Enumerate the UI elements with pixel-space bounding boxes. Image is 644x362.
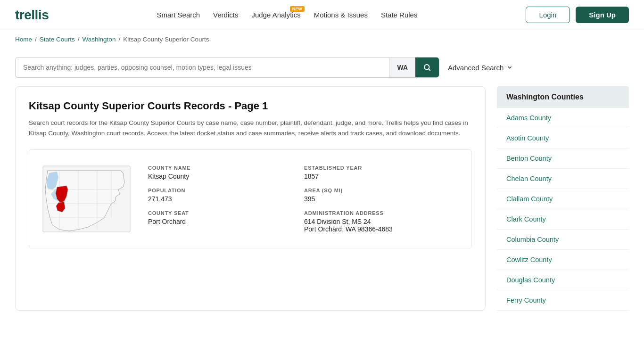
- breadcrumb-state-courts[interactable]: State Courts: [40, 36, 75, 43]
- breadcrumb-home[interactable]: Home: [15, 36, 32, 43]
- county-map: [41, 161, 135, 237]
- breadcrumb: Home / State Courts / Washington / Kitsa…: [0, 30, 644, 49]
- nav-judge-analytics[interactable]: Judge Analytics NEW: [251, 11, 300, 19]
- established-group: ESTABLISHED YEAR 1857: [304, 161, 460, 184]
- established-value: 1857: [304, 173, 460, 180]
- svg-point-0: [424, 65, 429, 70]
- sidebar-item-adams[interactable]: Adams County: [497, 108, 629, 128]
- area-value: 395: [304, 195, 460, 203]
- population-label: POPULATION: [148, 188, 304, 193]
- sidebar-item-asotin[interactable]: Asotin County: [497, 128, 629, 148]
- main-panel: Kitsap County Superior Courts Records - …: [15, 86, 486, 311]
- chevron-down-icon: [506, 64, 513, 71]
- sidebar-item-douglas[interactable]: Douglas County: [497, 270, 629, 290]
- breadcrumb-current: Kitsap County Superior Courts: [123, 36, 209, 43]
- breadcrumb-washington[interactable]: Washington: [83, 36, 116, 43]
- county-name-group: COUNTY NAME Kitsap County: [148, 161, 304, 184]
- nav-state-rules[interactable]: State Rules: [381, 11, 418, 19]
- seat-group: COUNTY SEAT Port Orchard: [148, 206, 304, 237]
- sidebar-item-clallam[interactable]: Clallam County: [497, 189, 629, 209]
- signup-button[interactable]: Sign Up: [576, 7, 629, 23]
- population-group: POPULATION 271,473: [148, 184, 304, 206]
- county-card: COUNTY NAME Kitsap County ESTABLISHED YE…: [29, 149, 472, 248]
- address-line2: Port Orchard, WA 98366-4683: [304, 225, 460, 233]
- advanced-search-toggle[interactable]: Advanced Search: [448, 64, 513, 72]
- washington-state-map: [41, 161, 135, 237]
- county-sidebar: Washington Counties Adams County Asotin …: [497, 86, 629, 311]
- search-icon: [423, 63, 431, 72]
- established-label: ESTABLISHED YEAR: [304, 165, 460, 171]
- search-container: WA: [15, 57, 439, 78]
- main-nav: Smart Search Verdicts Judge Analytics NE…: [157, 11, 417, 19]
- seat-value: Port Orchard: [148, 218, 304, 225]
- search-section: WA Advanced Search: [0, 49, 644, 86]
- sidebar-header: Washington Counties: [497, 86, 629, 108]
- county-name-label: COUNTY NAME: [148, 165, 304, 171]
- area-group: AREA (SQ MI) 395: [304, 184, 460, 206]
- sidebar-item-benton[interactable]: Benton County: [497, 148, 629, 169]
- sidebar-item-ferry[interactable]: Ferry County: [497, 290, 629, 311]
- address-line1: 614 Division St, MS 24: [304, 218, 460, 225]
- search-state: WA: [389, 58, 415, 77]
- page-description: Search court records for the Kitsap Coun…: [29, 118, 472, 138]
- nav-verdicts[interactable]: Verdicts: [213, 11, 238, 19]
- page-title: Kitsap County Superior Courts Records - …: [29, 100, 472, 112]
- new-badge: NEW: [290, 6, 305, 12]
- search-input[interactable]: [16, 58, 389, 77]
- site-header: trellis Smart Search Verdicts Judge Anal…: [0, 0, 644, 30]
- sidebar-item-clark[interactable]: Clark County: [497, 209, 629, 230]
- svg-line-1: [429, 69, 430, 70]
- search-button[interactable]: [415, 58, 439, 77]
- sidebar-item-chelan[interactable]: Chelan County: [497, 169, 629, 189]
- header-actions: Login Sign Up: [526, 7, 629, 23]
- seat-label: COUNTY SEAT: [148, 210, 304, 216]
- login-button[interactable]: Login: [526, 7, 570, 23]
- address-group: ADMINISTRATION ADDRESS 614 Division St, …: [304, 206, 460, 237]
- county-details: COUNTY NAME Kitsap County ESTABLISHED YE…: [148, 161, 460, 237]
- area-label: AREA (SQ MI): [304, 188, 460, 193]
- sidebar-item-columbia[interactable]: Columbia County: [497, 230, 629, 250]
- nav-motions[interactable]: Motions & Issues: [314, 11, 368, 19]
- address-label: ADMINISTRATION ADDRESS: [304, 210, 460, 216]
- county-name-value: Kitsap County: [148, 173, 304, 180]
- population-value: 271,473: [148, 195, 304, 203]
- nav-smart-search[interactable]: Smart Search: [157, 11, 200, 19]
- sidebar-item-cowlitz[interactable]: Cowlitz County: [497, 250, 629, 270]
- site-logo[interactable]: trellis: [15, 8, 49, 23]
- content-area: Kitsap County Superior Courts Records - …: [0, 86, 644, 326]
